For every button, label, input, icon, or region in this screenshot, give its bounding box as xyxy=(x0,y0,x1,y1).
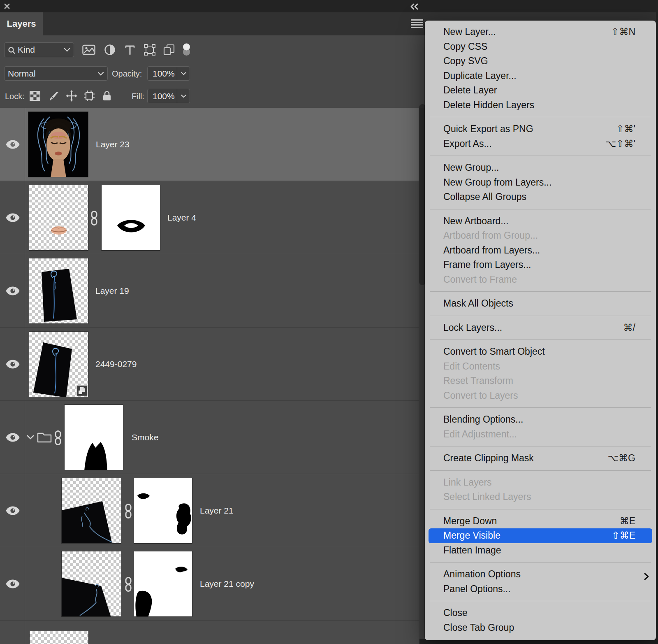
menu-item-link-layers: Link Layers xyxy=(425,475,656,490)
menu-item-duplicate-layer[interactable]: Duplicate Layer... xyxy=(425,69,656,84)
menu-item-animation-options[interactable]: Animation Options xyxy=(425,567,656,582)
layer-name[interactable]: Smoke xyxy=(132,432,158,442)
menu-item-new-layer[interactable]: New Layer...⇧⌘N xyxy=(425,25,656,40)
shape-layer-filter-icon[interactable] xyxy=(143,43,157,57)
visibility-eye-icon[interactable] xyxy=(5,212,20,223)
lock-artboard-icon[interactable] xyxy=(82,89,96,103)
kind-filter-dropdown[interactable]: Kind xyxy=(4,42,74,57)
menu-item-delete-hidden-layers[interactable]: Delete Hidden Layers xyxy=(425,98,656,113)
menu-item-select-linked-layers: Select Linked Layers xyxy=(425,490,656,505)
close-panel-icon[interactable] xyxy=(3,2,12,11)
layer-mask-thumbnail[interactable] xyxy=(101,185,160,251)
mask-link-icon[interactable] xyxy=(125,504,132,518)
menu-item-blending-options[interactable]: Blending Options... xyxy=(425,412,656,427)
lock-move-icon[interactable] xyxy=(65,89,79,103)
menu-separator xyxy=(430,316,651,316)
group-expand-chevron-icon[interactable] xyxy=(26,435,35,440)
opacity-value[interactable]: 100% xyxy=(148,69,177,79)
menu-separator xyxy=(430,156,651,156)
mask-link-icon[interactable] xyxy=(90,211,98,225)
menu-item-create-clipping-mask[interactable]: Create Clipping Mask⌥⌘G xyxy=(425,451,656,466)
blend-mode-dropdown[interactable]: Normal xyxy=(4,66,108,81)
menu-item-new-artboard[interactable]: New Artboard... xyxy=(425,214,656,229)
smart-object-badge-icon xyxy=(76,385,88,396)
opacity-field[interactable]: 100% xyxy=(147,66,190,81)
menu-item-convert-to-layers: Convert to Layers xyxy=(425,388,656,403)
lock-transparency-icon[interactable] xyxy=(28,89,42,103)
menu-separator xyxy=(430,509,651,509)
menu-item-collapse-all-groups[interactable]: Collapse All Groups xyxy=(425,190,656,205)
menu-item-new-group-from-layers[interactable]: New Group from Layers... xyxy=(425,175,656,190)
visibility-eye-icon[interactable] xyxy=(5,359,20,370)
opacity-dropdown-arrow[interactable] xyxy=(177,67,190,80)
menu-separator xyxy=(430,291,651,292)
filter-toggle-icon[interactable] xyxy=(179,43,193,57)
menu-item-copy-css[interactable]: Copy CSS xyxy=(425,40,656,54)
layer-thumbnail[interactable] xyxy=(61,551,121,617)
search-icon xyxy=(8,46,16,54)
layer-name[interactable]: Layer 23 xyxy=(96,139,130,149)
layer-name[interactable]: Layer 4 xyxy=(167,213,196,223)
menu-item-close-tab-group[interactable]: Close Tab Group xyxy=(425,621,656,635)
menu-item-frame-from-layers[interactable]: Frame from Layers... xyxy=(425,258,656,272)
layer-mask-thumbnail[interactable] xyxy=(134,551,192,617)
lock-all-icon[interactable] xyxy=(100,89,114,103)
layers-panel-flyout-menu: New Layer...⇧⌘N Copy CSS Copy SVG Duplic… xyxy=(425,21,656,640)
menu-item-merge-visible[interactable]: Merge Visible⇧⌘E xyxy=(429,528,652,543)
menu-item-delete-layer[interactable]: Delete Layer xyxy=(425,83,656,98)
menu-item-close[interactable]: Close xyxy=(425,606,656,621)
blend-mode-value: Normal xyxy=(5,69,97,79)
layer-name[interactable]: Layer 21 copy xyxy=(200,579,254,589)
adjustment-layer-filter-icon[interactable] xyxy=(103,43,117,57)
menu-item-mask-all-objects[interactable]: Mask All Objects xyxy=(425,296,656,311)
visibility-eye-icon[interactable] xyxy=(5,286,20,296)
menu-separator xyxy=(430,117,651,117)
layer-name[interactable]: Layer 19 xyxy=(95,286,129,296)
menu-item-new-group[interactable]: New Group... xyxy=(425,160,656,175)
menu-separator xyxy=(430,446,651,446)
layer-thumbnail[interactable] xyxy=(28,112,88,177)
layer-thumbnail[interactable] xyxy=(29,185,88,251)
panel-menu-icon[interactable] xyxy=(411,19,423,28)
layer-thumbnail[interactable] xyxy=(29,331,88,397)
layer-name[interactable]: Layer 21 xyxy=(200,506,234,516)
smart-object-filter-icon[interactable] xyxy=(162,43,176,57)
layer-mask-thumbnail[interactable] xyxy=(134,478,192,544)
layer-thumbnail[interactable] xyxy=(61,478,121,544)
menu-item-export-as[interactable]: Export As...⌥⇧⌘' xyxy=(425,137,656,151)
visibility-eye-icon[interactable] xyxy=(5,139,20,150)
group-folder-icon xyxy=(37,432,52,443)
type-layer-filter-icon[interactable] xyxy=(123,43,137,57)
fill-field[interactable]: 100% xyxy=(147,89,190,103)
opacity-label: Opacity: xyxy=(112,69,142,79)
chevron-down-icon xyxy=(97,72,104,76)
fill-dropdown-arrow[interactable] xyxy=(177,89,190,103)
layer-thumbnail[interactable] xyxy=(29,631,89,644)
mask-link-icon[interactable] xyxy=(125,577,132,591)
group-mask-thumbnail[interactable] xyxy=(64,405,123,470)
menu-item-panel-options[interactable]: Panel Options... xyxy=(425,582,656,597)
lock-paint-icon[interactable] xyxy=(46,89,60,103)
visibility-eye-icon[interactable] xyxy=(5,579,20,589)
menu-item-lock-layers[interactable]: Lock Layers...⌘/ xyxy=(425,321,656,335)
menu-item-flatten-image[interactable]: Flatten Image xyxy=(425,543,656,558)
visibility-eye-icon[interactable] xyxy=(5,505,20,516)
menu-item-convert-to-smart-object[interactable]: Convert to Smart Object xyxy=(425,344,656,359)
menu-item-artboard-from-layers[interactable]: Artboard from Layers... xyxy=(425,243,656,258)
mask-link-icon[interactable] xyxy=(54,430,62,444)
eye-column-divider xyxy=(25,108,25,644)
pixel-layer-filter-icon[interactable] xyxy=(82,43,96,57)
menu-item-artboard-from-group: Artboard from Group... xyxy=(425,228,656,243)
menu-item-edit-contents: Edit Contents xyxy=(425,359,656,374)
menu-item-copy-svg[interactable]: Copy SVG xyxy=(425,54,656,69)
layer-thumbnail[interactable] xyxy=(29,258,88,324)
menu-item-quick-export-as-png[interactable]: Quick Export as PNG⇧⌘' xyxy=(425,122,656,137)
tab-layers[interactable]: Layers xyxy=(0,12,43,35)
menu-item-merge-down[interactable]: Merge Down⌘E xyxy=(425,514,656,529)
menu-separator xyxy=(430,209,651,209)
collapse-panel-icon[interactable] xyxy=(409,2,419,12)
fill-value[interactable]: 100% xyxy=(148,91,177,101)
visibility-eye-icon[interactable] xyxy=(5,432,20,443)
layer-name[interactable]: 2449-0279 xyxy=(95,359,137,369)
window-right-edge xyxy=(656,0,658,644)
